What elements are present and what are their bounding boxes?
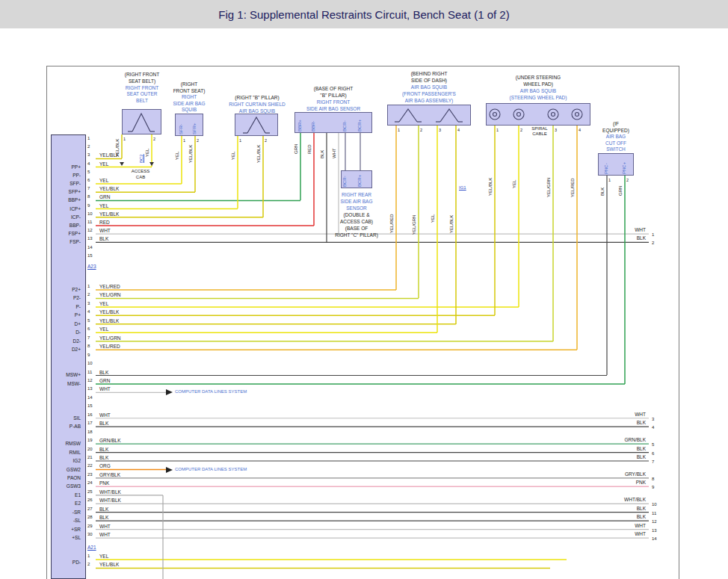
ecu-signal-label: MSW- [51,381,84,386]
ecu-pin-number: 3 [87,301,90,306]
wire-color-label: BLK [99,370,108,375]
ecu-signal-label: PP+ [51,164,84,170]
right-wire-color-label: BLK [598,446,646,451]
wire-color-label: BLK [99,447,108,452]
ecu-signal-label: D2- [51,338,84,344]
component-caption-line: (RIGHT [159,81,219,87]
component-caption-line: SENSOR [319,205,394,211]
ecu-signal-label: FSP- [51,239,84,244]
connector-id-bc2: BC2 [139,154,144,163]
ecu-pin-number: 23 [87,472,93,477]
ecu-signal-label: SFP+ [51,189,84,194]
wire-pin-number: 4 [579,128,581,133]
right-pin-number: 14 [652,536,657,542]
right-pin-number: 3 [652,417,654,422]
ecu-pin-number: 21 [87,455,93,460]
right-wire-color-label: BLK [598,454,646,459]
ecu-signal-label: PD- [51,560,84,565]
component-caption-line: RIGHT [159,94,219,99]
right-pin-number: 9 [652,485,654,490]
diagram-label-layer: 123YEL/BLK4YEL56YEL7YEL/BLK8GRN9YEL10YEL… [0,0,728,579]
ecu-pin-number: 1 [87,554,90,559]
ecu-pin-number: 18 [87,430,93,435]
ecu-signal-label: -SL [51,518,84,523]
wire-color-label: GRN [99,194,110,199]
right-pin-number: 1 [652,232,654,238]
component-pin-label: BCR+ [357,175,363,187]
ecu-pin-number: 24 [87,480,93,486]
ecu-pin-number: 1 [87,136,90,141]
component-caption-line: (FRONT PASSENGER'S [384,91,474,96]
ecu-pin-number: 10 [87,361,93,366]
wire-pin-number: 2 [520,128,522,133]
wire-color-label: WHT [99,524,111,529]
ecu-signal-label: PAON [51,475,84,480]
wire-pin-number: 2 [153,137,155,142]
ecu-pin-number: 13 [87,386,93,391]
wire-color-label-vertical: YEL/BLK [488,178,493,196]
ecu-signal-label: +SL [51,535,84,540]
ecu-signal-label: FSP+ [51,231,84,236]
ecu-pin-number: 1 [87,284,90,289]
wire-color-label: YEL [99,178,108,183]
wire-color-label: WHT [99,228,111,233]
component-caption-line: RIGHT CURTAIN SHIELD [213,102,301,107]
wire-color-label-vertical: GRN [294,144,299,154]
component-caption-line: SIDE AIR BAG SENSOR [290,106,377,111]
wire-color-label-vertical: BLK [600,188,605,196]
ecu-signal-label: +SR [51,527,84,532]
ecu-pin-number: 29 [87,524,93,529]
wire-color-label: YEL/RED [99,284,120,289]
wire-pin-number: 2 [265,138,267,143]
wire-pin-number: 2 [197,138,199,143]
ecu-pin-number: 20 [87,447,93,452]
wire-color-label: WHT [99,386,111,391]
ecu-pin-number: 27 [87,507,93,512]
component-caption-line: (BEHIND RIGHT [384,71,474,76]
ecu-signal-label: RMIL [51,450,84,455]
wire-color-label-vertical: YEL [175,152,180,160]
wire-color-label: ORG [99,463,111,468]
wire-pin-number: 2 [420,128,422,133]
ecu-pin-number: 22 [87,463,93,468]
wire-color-label: YEL/BLK [99,211,119,217]
component-caption-line: AIR BAG [590,134,642,139]
component-caption-line: (STEERING WHEEL PAD) [484,95,592,100]
wire-pin-number: 1 [183,138,185,143]
spiral-cable-label: CABLE [523,131,556,137]
right-wire-color-label: GRN/BLK [598,437,646,442]
right-pin-number: 5 [652,442,654,448]
wire-pin-number: 1 [239,138,241,143]
ecu-signal-label: P2+ [51,287,84,292]
right-wire-color-label: BLK [598,506,646,511]
wire-color-label: GRN/BLK [99,438,121,443]
component-caption-line: SWITCH [590,146,642,152]
ecu-signal-label: BBP+ [51,197,84,202]
wire-pin-number: 1 [496,128,499,133]
component-pin-label: SFR- [179,124,184,134]
wire-color-label-vertical: WHT [332,148,337,158]
ecu-signal-label: MSW+ [51,372,84,377]
wiring-diagram-page: Fig 1: Supplemental Restraints Circuit, … [0,0,728,579]
ecu-pin-number: 16 [87,412,93,418]
right-pin-number: 7 [652,459,654,465]
ecu-pin-number: 3 [87,152,90,158]
component-caption-line: (BASE OF [319,226,394,231]
wire-pin-number: 2 [626,178,629,183]
ecu-pin-number: 8 [87,344,90,349]
ecu-signal-label: P- [51,304,84,309]
wire-color-label-vertical: YEL/GRN [546,178,552,197]
component-caption-line: RIGHT "C" PILLAR) [319,232,394,238]
ecu-signal-label: D2+ [51,347,84,352]
ecu-signal-label: GSW2 [51,467,84,472]
component-caption-line: EQUIPPED) [590,128,642,133]
right-pin-number: 8 [652,477,654,482]
wire-color-label: WHT/BLK [99,489,121,495]
wire-color-label: PNK [99,480,109,486]
ecu-pin-number: 9 [87,353,90,358]
ecu-pin-number: 6 [87,326,90,332]
right-pin-number: 11 [652,511,656,516]
wire-color-label-vertical: YEL/BLK [449,215,454,233]
access-cab-label: CAB [126,175,155,180]
wire-color-label: BLK [99,236,108,241]
